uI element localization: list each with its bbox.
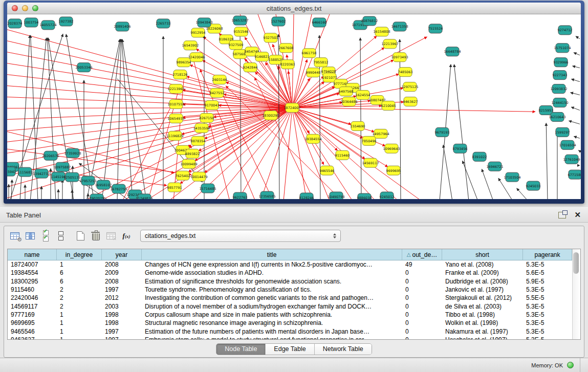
minimize-window-button[interactable] [22, 5, 28, 11]
graph-edge [578, 150, 580, 151]
graph-node-label: 8391022 [472, 155, 487, 159]
table-cell-pagerank: 5.3E-5 [523, 319, 572, 326]
table-selector-dropdown[interactable]: citations_edges.txt [140, 230, 341, 242]
graph-node-label: 9699695 [386, 169, 401, 173]
table-cell-out_degree: 0 [402, 278, 442, 285]
table-cell-name: 9777169 [8, 311, 57, 318]
table-cell-title: Disruption of a novel member of a sodium… [142, 303, 402, 310]
column-header-title[interactable]: title [142, 249, 402, 260]
table-row[interactable]: 911546021997Tourette syndrome. Phenomeno… [8, 286, 572, 294]
memory-status-label: Memory: OK [531, 362, 563, 368]
table-cell-pagerank: 5.3E-5 [523, 303, 572, 310]
graph-node-label: 8267150 [200, 116, 214, 120]
graph-node-label: 9242844 [243, 65, 258, 70]
table-cell-in_degree: 1 [57, 336, 102, 339]
table-cell-short: Wolkin et al. (1998) [442, 319, 523, 326]
graph-node-label: 7955812 [314, 60, 329, 64]
column-header-in_degree[interactable]: in_degree [57, 249, 102, 260]
table-settings-button[interactable]: ⚙ [7, 229, 23, 243]
graph-edge [574, 136, 580, 138]
graph-edge-selected [292, 107, 535, 112]
graph-node-label: 17359928 [64, 151, 81, 156]
delete-table-icon: ✕ [106, 232, 116, 239]
table-cell-year: 2008 [102, 278, 142, 285]
graph-node-label: 16782759 [110, 187, 127, 191]
memory-ok-indicator[interactable] [567, 362, 574, 368]
create-column-button[interactable] [73, 229, 88, 243]
stacked-rows-icon [58, 231, 63, 240]
tab-network-table[interactable]: Network Table [315, 344, 372, 355]
table-cell-short: Dudbridge et al. (2008) [442, 278, 523, 285]
network-canvas-svg: 9912954182260681654390281863289327509915… [7, 14, 581, 199]
graph-edge [482, 169, 493, 199]
table-cell-pagerank: 5.3E-5 [523, 328, 572, 335]
network-canvas[interactable]: 9912954182260681654390281863289327509915… [7, 14, 581, 199]
table-settings-icon: ⚙ [10, 232, 19, 239]
table-cell-year: 2008 [102, 261, 142, 268]
delete-table-button[interactable]: ✕ [103, 229, 119, 243]
table-cell-year: 2003 [102, 303, 142, 310]
table-cell-in_degree: 2 [57, 294, 102, 301]
tab-edge-table[interactable]: Edge Table [266, 344, 314, 355]
table-cell-name: 19384554 [8, 269, 57, 276]
graph-node-label: 9245033 [526, 184, 541, 188]
column-header-out_degree[interactable]: △out_de… [402, 249, 442, 260]
graph-node-label: 1927382 [59, 19, 74, 24]
show-columns-button[interactable] [23, 229, 38, 243]
graph-node-label: 16958107 [95, 183, 112, 187]
table-row[interactable]: 946554611997Estimation of the future num… [8, 327, 572, 335]
dropdown-arrows-icon [330, 233, 339, 238]
table-cell-in_degree: 6 [57, 278, 102, 285]
table-row[interactable]: 1830029562008Estimation of significance … [8, 277, 572, 286]
table-cell-short: Stergiakouli et al. (2012) [442, 294, 523, 301]
graph-node-label: 7515524 [428, 27, 443, 31]
table-row[interactable]: 1938455462009Genome-wide association stu… [8, 269, 572, 277]
scrollbar-thumb[interactable] [573, 252, 579, 274]
tab-node-table[interactable]: Node Table [216, 344, 266, 355]
graph-node-label: 10099489 [180, 162, 197, 166]
table-cell-in_degree: 2 [57, 303, 102, 310]
graph-node-label: 14055724 [39, 23, 56, 27]
graph-edge [360, 38, 361, 199]
graph-edge [11, 180, 12, 199]
table-cell-out_degree: 0 [402, 311, 442, 318]
float-panel-icon[interactable] [558, 212, 566, 218]
graph-node-label: 2718126 [173, 73, 188, 77]
graph-node-label: 6497568 [339, 90, 354, 94]
graph-edge-selected [7, 107, 292, 153]
column-header-name[interactable]: name [8, 249, 57, 260]
vertical-scrollbar[interactable] [572, 249, 580, 339]
graph-node-label: 12975125 [401, 85, 418, 89]
delete-column-button[interactable] [88, 229, 103, 243]
graph-node-label: 4893822 [185, 152, 200, 156]
function-builder-button[interactable]: f(x) [119, 229, 134, 243]
network-window-titlebar[interactable]: citations_edges.txt [7, 3, 581, 14]
table-toolbar: ⚙ ✕ f(x) citations_ [4, 226, 584, 246]
row-layout-button[interactable] [53, 229, 69, 243]
close-panel-icon[interactable]: ✕ [574, 210, 581, 220]
table-row[interactable]: 946362711997Embryonic stem cells: a mode… [8, 336, 572, 339]
table-cell-title: Genome-wide association studies in ADHD. [142, 269, 402, 276]
table-row[interactable]: 977716911998Corpus callosum shape and si… [8, 311, 572, 319]
table-panel-title: Table Panel [6, 211, 41, 219]
graph-node-label: 12213967 [381, 42, 398, 46]
table-row[interactable]: 969969511998Structural magnetic resonanc… [8, 319, 572, 327]
table-cell-title: Embryonic stem cells: a model to study s… [142, 336, 402, 339]
table-cell-year: 1997 [102, 328, 142, 335]
graph-node-label: 17957253 [79, 179, 96, 183]
column-header-year[interactable]: year [102, 249, 142, 260]
column-header-pagerank[interactable]: pagerank [523, 249, 572, 260]
graph-node-label: 10943843 [195, 20, 212, 25]
table-row[interactable]: 1456911722003Disruption of a novel membe… [8, 302, 572, 310]
graph-node-label: 9990448 [306, 71, 321, 75]
column-header-short[interactable]: short [442, 249, 523, 260]
select-rows-button[interactable] [38, 229, 53, 243]
table-cell-year: 2012 [102, 294, 142, 301]
table-row[interactable]: 2242004622012Investigating the contribut… [8, 294, 572, 302]
table-cell-out_degree: 0 [402, 319, 442, 326]
table-row[interactable]: 1872400712008Changes of HCN gene express… [8, 260, 572, 269]
close-window-button[interactable] [12, 5, 18, 11]
graph-node-label: 2667608 [279, 46, 294, 50]
table-tabbar: Node Table Edge Table Network Table [4, 343, 584, 355]
zoom-window-button[interactable] [32, 5, 38, 11]
